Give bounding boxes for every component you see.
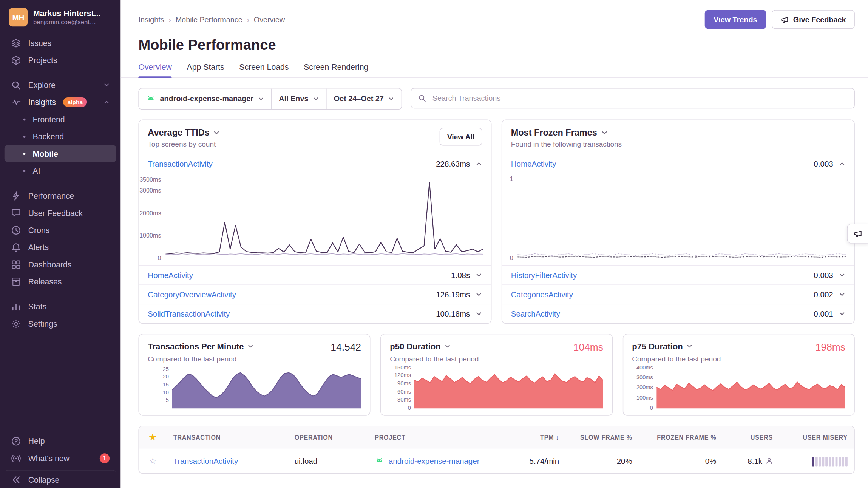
chevron-down-icon[interactable]: [687, 343, 693, 349]
chevron-down-icon[interactable]: [445, 343, 451, 349]
tab-screen-loads[interactable]: Screen Loads: [239, 63, 289, 78]
top-cards-row: Average TTIDs Top screens by count View …: [138, 120, 854, 324]
metric-value: 0.003: [814, 271, 833, 280]
transaction-link[interactable]: HomeActivity: [511, 159, 556, 168]
transaction-link[interactable]: CategoriesActivity: [511, 290, 573, 299]
user-menu[interactable]: MH Markus Hinterst... benjamin.coe@sent…: [0, 0, 121, 32]
breadcrumb-mobile-performance[interactable]: Mobile Performance: [176, 15, 242, 23]
col-users[interactable]: USERS: [723, 434, 779, 440]
chevron-down-icon[interactable]: [601, 130, 608, 136]
sidebar-footer: Help What's new 1 Collapse: [0, 432, 121, 488]
chevron-down-icon[interactable]: [213, 130, 220, 136]
tab-overview[interactable]: Overview: [138, 63, 172, 78]
feedback-fab-button[interactable]: [847, 224, 868, 244]
y-axis-ticks: 150ms120ms90ms60ms30ms0: [390, 366, 414, 408]
sidebar-item-settings[interactable]: Settings: [5, 315, 116, 332]
sidebar-item-alerts[interactable]: Alerts: [5, 239, 116, 256]
transaction-link[interactable]: TransactionActivity: [173, 456, 238, 465]
sidebar-item-user-feedback[interactable]: User Feedback: [5, 204, 116, 221]
transaction-link[interactable]: SearchActivity: [511, 309, 560, 318]
p50-duration-card: p50 Duration 104ms Compared to the last …: [380, 334, 613, 416]
sidebar-collapse-button[interactable]: Collapse: [5, 470, 116, 487]
sidebar-item-frontend[interactable]: Frontend: [5, 111, 116, 128]
breadcrumb-insights[interactable]: Insights: [138, 15, 164, 23]
date-range-selector[interactable]: Oct 24–Oct 27: [327, 88, 402, 109]
card-title: Average TTIDs: [148, 128, 209, 138]
search-input[interactable]: [431, 94, 848, 103]
col-project[interactable]: PROJECT: [368, 434, 504, 440]
transaction-link[interactable]: CategoryOverviewActivity: [148, 290, 236, 299]
sidebar-item-projects[interactable]: Projects: [5, 51, 116, 68]
main-content: Insights › Mobile Performance › Overview…: [121, 0, 868, 488]
project-link[interactable]: android-expense-manager: [389, 456, 480, 465]
filter-group: android-expense-manager All Envs Oct 24–…: [138, 88, 402, 110]
chevron-up-icon: [103, 99, 110, 105]
col-operation[interactable]: OPERATION: [288, 434, 368, 440]
sidebar-item-performance[interactable]: Performance: [5, 187, 116, 204]
sidebar-item-releases[interactable]: Releases: [5, 273, 116, 290]
col-starred[interactable]: ★: [139, 433, 167, 441]
accordion-row: CategoryOverviewActivity 126.19ms: [139, 284, 491, 304]
bar-chart-icon: [11, 301, 21, 311]
android-icon: [146, 94, 156, 103]
area-chart: [172, 366, 361, 408]
chevron-up-icon[interactable]: [476, 161, 482, 167]
pulse-icon: [11, 97, 21, 107]
y-axis-ticks: 400ms300ms200ms100ms0: [632, 366, 656, 408]
sidebar-item-mobile[interactable]: Mobile: [5, 145, 116, 162]
chevron-down-icon[interactable]: [248, 343, 254, 349]
transaction-link[interactable]: HomeActivity: [148, 271, 193, 280]
sidebar-item-stats[interactable]: Stats: [5, 298, 116, 315]
project-selector[interactable]: android-expense-manager: [139, 88, 272, 109]
col-frozen-frame[interactable]: FROZEN FRAME %: [639, 434, 723, 440]
environment-selector[interactable]: All Envs: [272, 88, 327, 109]
chevron-down-icon[interactable]: [476, 272, 482, 279]
sidebar-item-backend[interactable]: Backend: [5, 128, 116, 145]
frozen-frame-cell: 0%: [639, 456, 723, 465]
view-trends-button[interactable]: View Trends: [705, 10, 766, 29]
app-root: MH Markus Hinterst... benjamin.coe@sent……: [0, 0, 868, 488]
sidebar-item-dashboards[interactable]: Dashboards: [5, 256, 116, 273]
sidebar-item-crons[interactable]: Crons: [5, 221, 116, 238]
chevron-down-icon: [103, 82, 110, 88]
transaction-link[interactable]: SolidTransactionActivity: [148, 309, 230, 318]
chevron-down-icon[interactable]: [476, 291, 482, 298]
breadcrumb-separator: ›: [168, 15, 171, 23]
metric-value: 0.002: [814, 290, 833, 299]
metric-value: 0.001: [814, 309, 833, 318]
col-tpm[interactable]: TPM↓: [504, 433, 566, 441]
col-slow-frame[interactable]: SLOW FRAME %: [566, 434, 639, 440]
card-subtitle: Found in the following transactions: [511, 140, 622, 148]
sidebar-item-insights[interactable]: Insights alpha: [5, 94, 116, 111]
chevron-down-icon[interactable]: [839, 272, 845, 279]
col-transaction[interactable]: TRANSACTION: [167, 434, 288, 440]
transaction-link[interactable]: TransactionActivity: [148, 159, 212, 168]
tab-app-starts[interactable]: App Starts: [187, 63, 224, 78]
sidebar-item-ai[interactable]: AI: [5, 162, 116, 179]
search-icon: [418, 94, 426, 102]
col-user-misery[interactable]: USER MISERY: [780, 434, 854, 440]
chevron-up-icon[interactable]: [839, 161, 845, 167]
filter-bar: android-expense-manager All Envs Oct 24–…: [138, 88, 854, 110]
sidebar-item-issues[interactable]: Issues: [5, 34, 116, 51]
sidebar-item-whats-new[interactable]: What's new 1: [5, 449, 116, 466]
tab-screen-rendering[interactable]: Screen Rendering: [304, 63, 368, 78]
chevron-down-icon[interactable]: [839, 310, 845, 317]
broadcast-icon: [11, 453, 21, 463]
gear-icon: [11, 318, 21, 328]
star-outline-icon[interactable]: ☆: [149, 457, 157, 465]
card-title: p75 Duration: [632, 341, 683, 351]
metric-value: 0.003: [814, 159, 833, 168]
sidebar-item-help[interactable]: Help: [5, 432, 116, 449]
chevron-down-icon[interactable]: [839, 291, 845, 298]
breadcrumb: Insights › Mobile Performance › Overview: [138, 15, 285, 23]
users-cell: 8.1k: [723, 456, 779, 465]
bullet-icon: [23, 170, 26, 172]
chevron-down-icon[interactable]: [476, 310, 482, 317]
transaction-link[interactable]: HistoryFilterActivity: [511, 271, 577, 280]
sidebar-item-explore[interactable]: Explore: [5, 76, 116, 93]
card-title: Most Frozen Frames: [511, 128, 597, 138]
give-feedback-button[interactable]: Give Feedback: [772, 10, 855, 29]
notification-badge: 1: [100, 453, 110, 463]
view-all-button[interactable]: View All: [439, 128, 482, 146]
